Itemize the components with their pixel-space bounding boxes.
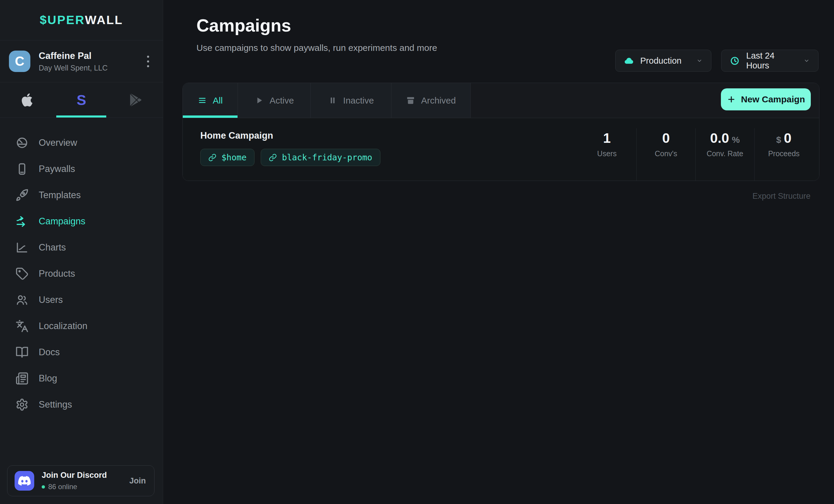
new-campaign-label: New Campaign bbox=[741, 94, 805, 105]
environment-dropdown[interactable]: Production bbox=[615, 50, 711, 72]
platform-tab-superwall[interactable]: S bbox=[54, 83, 108, 117]
link-icon bbox=[269, 154, 277, 162]
discord-banner[interactable]: Join Our Discord 86 online Join bbox=[7, 465, 154, 496]
list-icon bbox=[198, 96, 207, 105]
sidebar-item-label: Paywalls bbox=[39, 164, 75, 174]
stat-label: Conv's bbox=[637, 150, 695, 158]
pause-icon bbox=[328, 96, 337, 105]
sidebar-item-label: Users bbox=[39, 295, 63, 305]
sidebar-item-label: Localization bbox=[39, 321, 88, 331]
stat-value: 0 bbox=[637, 130, 695, 146]
cloud-icon bbox=[624, 56, 634, 66]
sidebar-item-products[interactable]: Products bbox=[0, 261, 163, 287]
app-avatar: C bbox=[9, 51, 30, 72]
tab-inactive[interactable]: Inactive bbox=[311, 83, 391, 118]
pie-chart-icon bbox=[16, 136, 28, 150]
campaign-info: Home Campaign $home black-friday-promo bbox=[200, 118, 380, 181]
stat-value: 0.0 bbox=[710, 130, 729, 146]
stat-proceeds: $0 Proceeds bbox=[754, 128, 813, 181]
discord-title: Join Our Discord bbox=[42, 471, 107, 480]
sidebar-nav: Overview Paywalls Templates Campaigns Ch… bbox=[0, 130, 163, 418]
online-count: 86 online bbox=[48, 483, 77, 491]
campaign-placements: $home black-friday-promo bbox=[200, 149, 380, 166]
clock-icon bbox=[730, 56, 740, 66]
discord-icon bbox=[18, 475, 31, 487]
sidebar-item-label: Templates bbox=[39, 190, 81, 201]
sidebar-item-blog[interactable]: Blog bbox=[0, 365, 163, 392]
sidebar-item-templates[interactable]: Templates bbox=[0, 182, 163, 208]
new-campaign-button[interactable]: New Campaign bbox=[721, 88, 811, 110]
newspaper-icon bbox=[16, 372, 28, 385]
sidebar-item-label: Overview bbox=[39, 137, 77, 148]
sidebar-item-label: Campaigns bbox=[39, 216, 85, 227]
languages-icon bbox=[16, 320, 28, 333]
sidebar-item-docs[interactable]: Docs bbox=[0, 339, 163, 365]
tab-label: Active bbox=[270, 95, 294, 106]
app-company: Day Well Spent, LLC bbox=[39, 64, 108, 72]
discord-logo-badge bbox=[15, 471, 34, 490]
plus-icon bbox=[727, 95, 736, 104]
sidebar-item-label: Charts bbox=[39, 242, 66, 253]
environment-value: Production bbox=[640, 56, 686, 66]
chevron-down-icon bbox=[803, 58, 810, 64]
campaign-tabs: All Active Inactive Archived New Campaig… bbox=[183, 83, 819, 118]
rocket-icon bbox=[16, 189, 28, 202]
stat-value: 1 bbox=[577, 130, 636, 146]
sidebar-item-localization[interactable]: Localization bbox=[0, 313, 163, 339]
page-title: Campaigns bbox=[196, 16, 834, 36]
sidebar-item-charts[interactable]: Charts bbox=[0, 234, 163, 261]
tab-archived[interactable]: Archived bbox=[391, 83, 470, 118]
stat-prefix: $ bbox=[776, 135, 781, 144]
apple-icon bbox=[21, 93, 34, 107]
logo-rest-text: WALL bbox=[85, 13, 123, 27]
placement-label: $home bbox=[221, 153, 246, 162]
line-chart-icon bbox=[16, 241, 28, 254]
sidebar-item-users[interactable]: Users bbox=[0, 287, 163, 313]
stat-conv-rate: 0.0% Conv. Rate bbox=[695, 128, 754, 181]
time-range-dropdown[interactable]: Last 24 Hours bbox=[721, 50, 818, 72]
stat-users: 1 Users bbox=[577, 128, 636, 181]
tab-active[interactable]: Active bbox=[238, 83, 311, 118]
workspace-switcher[interactable]: C Caffeine Pal Day Well Spent, LLC bbox=[0, 41, 163, 83]
sidebar-item-campaigns[interactable]: Campaigns bbox=[0, 208, 163, 234]
platform-tab-apple[interactable] bbox=[0, 83, 54, 117]
stat-label: Proceeds bbox=[754, 150, 813, 158]
split-arrow-icon bbox=[16, 215, 28, 228]
stat-value: 0 bbox=[784, 130, 792, 146]
chevron-down-icon bbox=[696, 58, 703, 64]
placement-label: black-friday-promo bbox=[282, 153, 372, 162]
gear-icon bbox=[16, 398, 28, 411]
tab-label: Archived bbox=[421, 95, 456, 106]
sidebar-item-label: Docs bbox=[39, 347, 60, 358]
filters: Production Last 24 Hours bbox=[615, 50, 818, 72]
tab-label: All bbox=[213, 95, 223, 106]
link-icon bbox=[208, 154, 216, 162]
superwall-s-icon: S bbox=[76, 92, 86, 108]
main-content: Campaigns Use campaigns to show paywalls… bbox=[163, 0, 834, 504]
play-icon bbox=[255, 96, 264, 105]
sidebar-item-settings[interactable]: Settings bbox=[0, 392, 163, 418]
sidebar-item-paywalls[interactable]: Paywalls bbox=[0, 156, 163, 182]
superwall-logo: $UPERWALL bbox=[0, 0, 163, 41]
stat-label: Users bbox=[577, 150, 636, 158]
campaign-name: Home Campaign bbox=[200, 130, 380, 141]
discord-join-button[interactable]: Join bbox=[129, 476, 146, 485]
logo-accent-text: $UPER bbox=[40, 13, 85, 27]
book-open-icon bbox=[16, 346, 28, 359]
discord-online-row: 86 online bbox=[42, 483, 107, 491]
smartphone-icon bbox=[16, 162, 28, 176]
tab-all[interactable]: All bbox=[183, 83, 238, 118]
placement-chip[interactable]: black-friday-promo bbox=[261, 149, 380, 166]
campaigns-card: All Active Inactive Archived New Campaig… bbox=[182, 83, 819, 181]
placement-chip[interactable]: $home bbox=[200, 149, 255, 166]
campaign-row[interactable]: Home Campaign $home black-friday-promo 1… bbox=[183, 118, 819, 181]
google-play-icon bbox=[130, 94, 142, 106]
stat-suffix: % bbox=[732, 135, 740, 144]
export-structure-button[interactable]: Export Structure bbox=[163, 191, 811, 201]
kebab-menu-icon[interactable] bbox=[144, 53, 152, 70]
archive-icon bbox=[406, 96, 415, 105]
sidebar-item-overview[interactable]: Overview bbox=[0, 130, 163, 156]
stat-label: Conv. Rate bbox=[696, 150, 754, 158]
platform-tab-google-play[interactable] bbox=[109, 83, 163, 117]
app-name: Caffeine Pal bbox=[39, 51, 108, 61]
